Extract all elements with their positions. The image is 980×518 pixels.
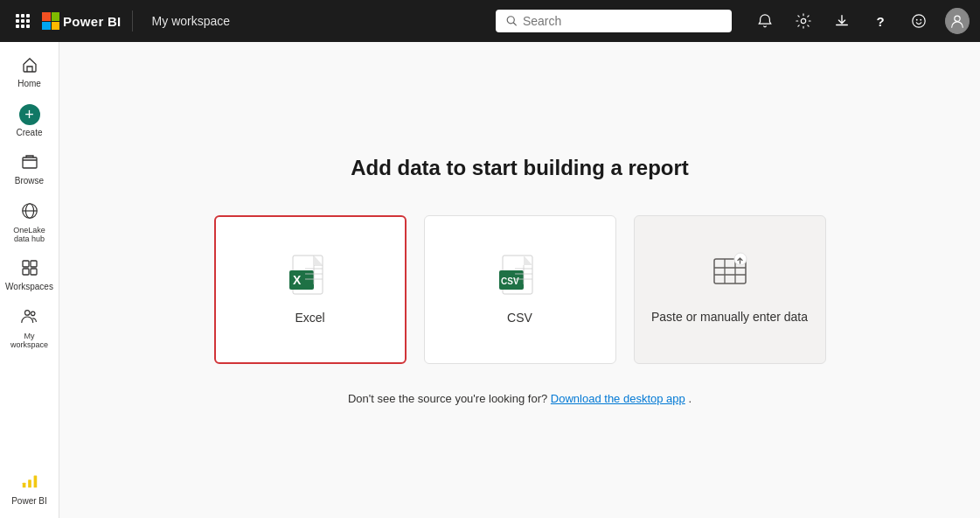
svg-line-1 [513,23,516,25]
sidebar-onelake-label: OneLake data hub [7,226,52,243]
svg-rect-17 [28,480,31,487]
svg-point-2 [801,18,805,23]
svg-rect-10 [23,261,29,267]
nav-divider [132,10,133,32]
browse-icon [21,153,38,173]
svg-point-5 [920,19,921,21]
csv-card[interactable]: CSV CSV [424,215,616,364]
home-icon [21,56,38,76]
sidebar-powerbi-label: Power BI [11,496,47,506]
sidebar-item-workspaces[interactable]: Workspaces [3,252,56,297]
search-input[interactable] [523,14,721,28]
svg-point-14 [24,311,30,316]
page-title: Add data to start building a report [351,156,689,180]
svg-text:CSV: CSV [501,276,519,286]
svg-rect-18 [33,476,37,488]
excel-card-label: Excel [295,311,324,325]
ms-logo-red [42,12,51,21]
ms-logo-green [52,12,60,21]
powerbi-icon [20,472,39,494]
onelake-icon [20,201,39,223]
workspace-label: My workspace [152,14,230,28]
workspaces-icon [21,259,38,279]
svg-point-6 [955,16,960,21]
sidebar: Home + Create Browse One [0,42,59,518]
bottom-note-suffix: . [688,392,692,405]
ms-logo-blue [42,22,51,31]
help-button[interactable]: ? [868,9,893,33]
sidebar-item-onelake[interactable]: OneLake data hub [3,194,56,248]
paste-icon [711,252,749,298]
brand-name: Power BI [63,14,122,29]
svg-point-3 [913,15,925,27]
sidebar-create-label: Create [16,128,42,137]
create-icon: + [19,104,40,125]
sidebar-item-create[interactable]: + Create [3,97,56,143]
svg-point-4 [916,19,918,21]
svg-text:X: X [293,273,302,287]
topnav: Power BI My workspace [0,0,980,42]
download-icon [834,13,850,29]
gear-icon [796,13,811,29]
smiley-icon [911,13,927,29]
svg-rect-12 [23,269,29,275]
sidebar-item-myworkspace[interactable]: My workspace [3,300,56,354]
paste-card-label: Paste or manually enter data [651,309,808,326]
sidebar-browse-label: Browse [15,176,44,186]
bottom-note-text: Don't see the source you're looking for? [348,392,547,405]
svg-rect-7 [23,158,37,168]
ms-logo-yellow [52,22,60,31]
bell-icon [757,13,773,29]
sidebar-item-browse[interactable]: Browse [3,146,56,191]
svg-rect-11 [31,261,37,267]
settings-button[interactable] [791,9,816,33]
sidebar-home-label: Home [17,79,41,88]
feedback-button[interactable] [907,9,931,33]
notifications-button[interactable] [753,9,777,33]
apps-grid-icon [16,14,30,28]
download-app-link[interactable]: Download the desktop app [551,392,685,405]
svg-rect-16 [22,483,25,488]
csv-icon: CSV [499,255,541,300]
search-icon [506,15,518,27]
bottom-note: Don't see the source you're looking for?… [348,392,692,405]
sidebar-item-home[interactable]: Home [3,49,56,94]
apps-icon-button[interactable] [10,9,35,33]
svg-point-15 [31,312,35,316]
topnav-actions: ? [753,9,970,33]
search-bar[interactable] [496,10,732,32]
sidebar-workspaces-label: Workspaces [5,282,53,291]
excel-icon: X [289,255,331,300]
avatar [945,8,970,34]
profile-button[interactable] [945,9,970,33]
main-content: Add data to start building a report X [59,42,980,518]
csv-card-label: CSV [507,311,532,325]
main-layout: Home + Create Browse One [0,42,980,518]
microsoft-logo: Power BI [42,12,122,30]
myworkspace-icon [20,307,39,329]
sidebar-myworkspace-label: My workspace [7,332,52,349]
excel-card[interactable]: X Excel [214,215,407,364]
ms-logo-squares [42,12,59,30]
download-button[interactable] [830,9,854,33]
data-source-cards: X Excel [214,215,826,364]
svg-rect-13 [31,269,37,275]
question-mark-icon: ? [876,14,884,29]
sidebar-item-powerbi[interactable]: Power BI [3,465,56,511]
paste-card[interactable]: Paste or manually enter data [634,215,826,364]
